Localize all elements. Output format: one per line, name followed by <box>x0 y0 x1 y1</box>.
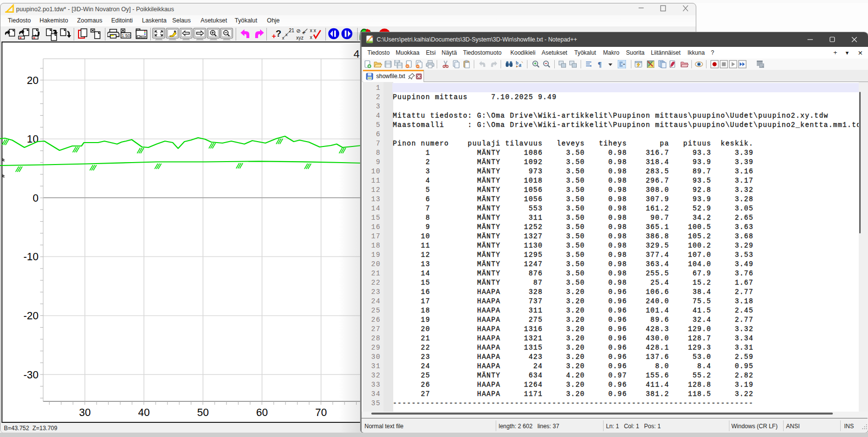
svg-text:70: 70 <box>315 407 327 418</box>
svg-text:xyz: xyz <box>296 35 303 41</box>
svg-text:x: x <box>285 32 288 37</box>
svg-text:0: 0 <box>33 192 39 204</box>
svg-text:x: x <box>310 35 312 40</box>
svg-text:x: x <box>282 36 284 41</box>
svg-text:¶: ¶ <box>598 61 602 68</box>
svg-text:21: 21 <box>289 28 295 33</box>
svg-text:x x: x x <box>310 28 316 33</box>
svg-text:?: ? <box>276 28 282 39</box>
svg-text:⊘: ⊘ <box>296 28 301 34</box>
svg-text:-30: -30 <box>23 369 39 381</box>
svg-text:-20: -20 <box>23 310 39 322</box>
svg-text:50: 50 <box>197 407 209 418</box>
svg-text:-10: -10 <box>23 251 39 263</box>
svg-text:1:50: 1:50 <box>121 33 130 38</box>
svg-text:20: 20 <box>27 75 39 86</box>
svg-text:a: a <box>519 62 522 68</box>
svg-text:60: 60 <box>256 407 268 418</box>
svg-text:40: 40 <box>138 407 150 418</box>
svg-text:30: 30 <box>79 407 91 418</box>
